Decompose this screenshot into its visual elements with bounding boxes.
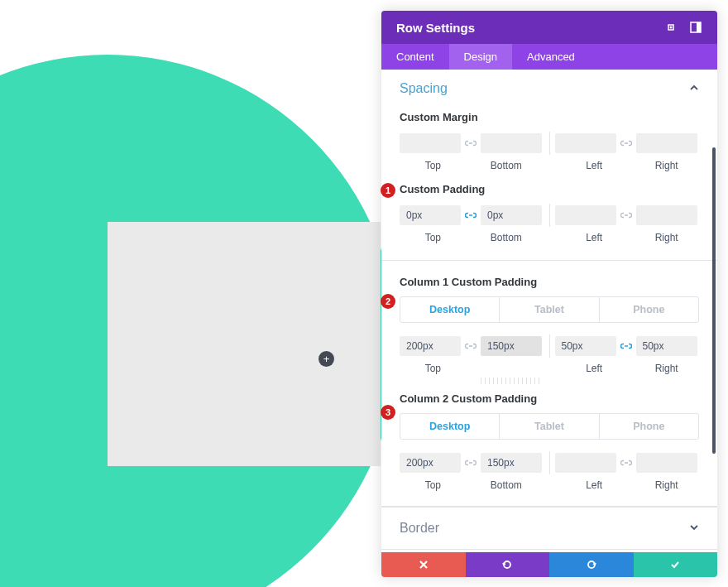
- save-button[interactable]: [634, 552, 718, 577]
- link-icon[interactable]: [464, 137, 477, 150]
- redo-button[interactable]: [549, 552, 634, 577]
- link-icon[interactable]: [620, 456, 633, 469]
- margin-top-input[interactable]: [400, 133, 461, 153]
- link-icon-active[interactable]: [620, 339, 633, 353]
- divider: [549, 204, 550, 227]
- margin-right-input[interactable]: [636, 133, 697, 153]
- label-top: Top: [400, 479, 467, 491]
- undo-button[interactable]: [466, 552, 550, 577]
- col1-top-input[interactable]: [400, 336, 461, 356]
- divider: [549, 132, 550, 155]
- close-icon: [418, 559, 429, 570]
- padding-inputs: [400, 204, 699, 227]
- col2-right-input[interactable]: [636, 453, 697, 473]
- chevron-up-icon: [689, 81, 699, 96]
- tab-advanced[interactable]: Advanced: [512, 44, 590, 70]
- margin-inputs: [400, 132, 699, 155]
- label-top: Top: [400, 160, 467, 171]
- link-icon[interactable]: [464, 339, 477, 353]
- check-icon: [669, 559, 681, 570]
- divider: [549, 334, 550, 358]
- col1-right-input[interactable]: [636, 336, 697, 356]
- device-tab-phone[interactable]: Phone: [599, 414, 698, 439]
- padding-top-input[interactable]: [400, 205, 461, 225]
- label-left: Left: [554, 479, 634, 491]
- col2-top-input[interactable]: [400, 453, 461, 473]
- label-right: Right: [634, 479, 699, 491]
- redo-icon: [586, 559, 597, 570]
- chevron-down-icon: [689, 521, 699, 536]
- tab-design[interactable]: Design: [449, 44, 512, 70]
- link-icon[interactable]: [620, 137, 633, 150]
- divider: [549, 451, 550, 474]
- margin-bottom-input[interactable]: [481, 133, 542, 153]
- custom-padding-label: Custom Padding: [400, 183, 699, 195]
- col1-padding-label: Column 1 Custom Padding: [400, 276, 699, 288]
- border-title: Border: [400, 521, 689, 536]
- annotation-badge-3: 3: [381, 405, 395, 420]
- label-left: Left: [554, 160, 634, 171]
- col2-left-input[interactable]: [555, 453, 616, 473]
- padding-right-input[interactable]: [636, 205, 697, 225]
- annotation-badge-2: 2: [381, 294, 395, 309]
- custom-margin-label: Custom Margin: [400, 111, 699, 123]
- panel-footer: [381, 552, 717, 577]
- label-top: Top: [400, 363, 467, 374]
- svg-rect-3: [697, 22, 701, 32]
- ruler-icon[interactable]: [481, 378, 540, 384]
- border-section[interactable]: Border: [381, 507, 717, 549]
- scrollbar[interactable]: [712, 147, 716, 454]
- label-left: Left: [554, 232, 634, 243]
- panel-title: Row Settings: [396, 21, 653, 35]
- padding-bottom-input[interactable]: [481, 205, 542, 225]
- col2-bottom-input[interactable]: [481, 453, 542, 473]
- spacing-title: Spacing: [400, 81, 689, 96]
- cancel-button[interactable]: [381, 552, 466, 577]
- spacing-section-header[interactable]: Spacing: [381, 70, 717, 108]
- col2-device-tabs: Desktop Tablet Phone: [400, 413, 699, 440]
- tab-content[interactable]: Content: [381, 44, 449, 70]
- device-tab-tablet[interactable]: Tablet: [499, 297, 598, 322]
- margin-left-input[interactable]: [555, 133, 616, 153]
- label-bottom: Bottom: [467, 479, 546, 491]
- col1-bottom-input[interactable]: [481, 336, 542, 356]
- label-right: Right: [634, 232, 699, 243]
- device-tab-phone[interactable]: Phone: [599, 297, 698, 322]
- col1-left-input[interactable]: [555, 336, 616, 356]
- boxshadow-section[interactable]: Box Shadow: [381, 549, 717, 552]
- label-bottom: Bottom: [467, 160, 546, 171]
- label-right: Right: [634, 363, 699, 374]
- label-bottom: [467, 363, 546, 374]
- panel-body: Spacing Custom Margin: [381, 70, 717, 552]
- snap-panel-icon[interactable]: [689, 21, 702, 34]
- device-tab-tablet[interactable]: Tablet: [499, 414, 598, 439]
- col2-padding-inputs: [400, 451, 699, 474]
- link-icon[interactable]: [620, 209, 633, 222]
- panel-tabs: Content Design Advanced: [381, 44, 717, 70]
- spacing-section-body: Custom Margin Top Bottom Left Right: [381, 111, 717, 507]
- col1-device-tabs: Desktop Tablet Phone: [400, 296, 699, 323]
- expand-icon[interactable]: [664, 21, 678, 34]
- padding-left-input[interactable]: [555, 205, 616, 225]
- undo-icon: [501, 559, 513, 570]
- col1-padding-inputs: [400, 334, 699, 358]
- link-icon-active[interactable]: [464, 209, 477, 222]
- label-top: Top: [400, 232, 467, 243]
- device-tab-desktop[interactable]: Desktop: [400, 414, 499, 439]
- settings-panel: Row Settings Content Design Advanced Spa…: [381, 11, 717, 577]
- label-bottom: Bottom: [467, 232, 546, 243]
- label-right: Right: [634, 160, 699, 171]
- svg-point-1: [670, 26, 673, 29]
- annotation-badge-1: 1: [381, 183, 395, 198]
- panel-header: Row Settings: [381, 11, 717, 44]
- device-tab-desktop[interactable]: Desktop: [400, 297, 499, 322]
- col2-padding-label: Column 2 Custom Padding: [400, 392, 699, 405]
- canvas-module[interactable]: [108, 222, 381, 466]
- link-icon[interactable]: [464, 456, 477, 469]
- label-left: Left: [554, 363, 634, 374]
- add-module-button[interactable]: +: [318, 351, 334, 367]
